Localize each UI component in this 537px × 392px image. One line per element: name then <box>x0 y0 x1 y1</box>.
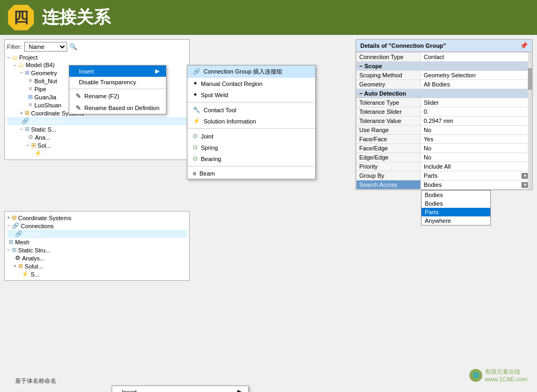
folder-icon: 🗂 <box>12 54 18 61</box>
tree-item-solution[interactable]: − ⊞ Sol... <box>7 141 187 149</box>
dd-option-bodies1[interactable]: Bodies <box>422 191 490 199</box>
row-label: Connection Type <box>357 53 421 62</box>
tree2-item-coord[interactable]: + ⊞ Coordinate Systems <box>7 214 187 222</box>
filter-icon[interactable]: 🔍 <box>69 43 77 50</box>
details-panel: Details of "Connection Group" 📌 Connecti… <box>355 39 533 190</box>
submenu-sep-2 <box>187 128 315 129</box>
submenu-sep-1 <box>187 102 315 103</box>
beam-icon: ≡ <box>193 170 196 177</box>
tree-item-label: Mesh <box>15 239 30 245</box>
row-value: 0. <box>421 107 532 117</box>
submenu-item-bearing[interactable]: ⊙ Bearing <box>187 153 315 164</box>
submenu-item-spot-weld[interactable]: ✦ Spot Weld <box>187 89 315 100</box>
tree-item-label: LuoShuan <box>34 102 61 108</box>
submenu-item-manual-contact[interactable]: ✦ Manual Contact Region <box>187 78 315 89</box>
table-row: Geometry All Bodies <box>357 80 532 89</box>
tree-item-static[interactable]: − ⊞ Static S... <box>7 125 187 133</box>
bottom-label: 基于体名称命名 <box>15 377 56 385</box>
expand-icon: − <box>13 62 17 68</box>
table-row: Connection Type Contact <box>357 53 532 62</box>
dd-option-bodies2[interactable]: Bodies <box>422 199 490 208</box>
tree-item-label: S... <box>31 271 40 278</box>
row-value-group-by[interactable]: Parts ▼ <box>421 171 532 180</box>
tree2-item-mesh[interactable]: ⊞ Mesh <box>7 238 187 246</box>
tree2-item-solution[interactable]: + ⊞ Solut... <box>7 262 187 270</box>
watermark-url: www.1CAE.com <box>485 376 527 382</box>
tree-item-label: GuanJia <box>34 94 56 100</box>
details-title: Details of "Connection Group" <box>360 42 446 49</box>
submenu-item-joint[interactable]: ⊙ Joint <box>187 130 315 142</box>
submenu-insert: 🔗 Connection Group 插入连接组 ✦ Manual Contac… <box>187 65 316 179</box>
menu-separator-1 <box>69 89 166 89</box>
section-expand: − <box>359 63 362 69</box>
filter-select[interactable]: Name <box>24 42 67 52</box>
tree2-item-static[interactable]: − ⊞ Static Stru... <box>7 246 187 254</box>
expand-icon: − <box>7 247 10 253</box>
tree-item-connections[interactable]: 🔗 Connections <box>7 117 187 125</box>
submenu-item-contact-tool[interactable]: 🔧 Contact Tool <box>187 104 315 115</box>
menu-item-rename[interactable]: ✎ Rename (F2) <box>69 90 166 102</box>
tree-item-project[interactable]: − 🗂 Project <box>7 54 187 61</box>
expand-icon: + <box>13 263 17 269</box>
expand-icon: − <box>20 126 23 132</box>
tree2-item-s[interactable]: ⚡ S... <box>7 270 187 278</box>
conn2-icon: 🔗 <box>12 222 19 229</box>
analysis-icon: ⚙ <box>28 134 33 141</box>
tree-item-label: Sol... <box>38 142 51 149</box>
row-label: Use Range <box>357 126 421 135</box>
tree2-item-conne[interactable]: 🔗 Conne... <box>7 230 187 238</box>
submenu2-arrow: ▶ <box>237 388 242 392</box>
row-label: Priority <box>357 162 421 171</box>
table-row: Tolerance Slider 0. <box>357 107 532 117</box>
row-value: Include All <box>421 162 532 171</box>
rename-icon: ✎ <box>76 92 81 100</box>
watermark-icon: 🌐 <box>469 369 482 382</box>
row-value-search[interactable]: Bodies ▼ Bodies Bodies Parts Anywhere <box>421 180 532 190</box>
submenu-item-connection-group[interactable]: 🔗 Connection Group 插入连接组 <box>187 66 315 78</box>
submenu-item-label: Spring <box>201 144 218 151</box>
sol2-icon: ⊞ <box>18 263 23 270</box>
row-label: Geometry <box>357 80 421 89</box>
tree-item-label: Geometry <box>31 70 57 76</box>
row-value: 0.2947 mm <box>421 117 532 126</box>
table-row: Edge/Edge No <box>357 153 532 162</box>
row-label: Tolerance Type <box>357 98 421 107</box>
tree-item-label: Model (B4) <box>26 62 55 68</box>
search-across-dropdown[interactable]: Bodies ▼ <box>424 182 529 188</box>
dd-option-anywhere[interactable]: Anywhere <box>422 216 490 225</box>
solinfo-icon: ⚡ <box>34 150 42 157</box>
table-row-search-across: Search Across Bodies ▼ Bodies Bodies <box>357 180 532 190</box>
tree-panel-2: + ⊞ Coordinate Systems − 🔗 Connections 🔗… <box>4 211 190 281</box>
row-value: No <box>421 153 532 162</box>
tree2-item-analysis[interactable]: ⚙ Analys... <box>7 254 187 262</box>
group-by-dropdown[interactable]: Parts ▼ <box>424 172 529 179</box>
menu-item-insert[interactable]: Insert ▶ <box>69 66 166 77</box>
submenu-item-solution-info[interactable]: ⚡ Solution Information <box>187 115 315 127</box>
coord-icon: ⊞ <box>25 110 30 117</box>
tree-item-solution-info[interactable]: ⚡ <box>7 149 187 157</box>
dd-option-parts[interactable]: Parts <box>422 208 490 216</box>
expand-icon: + <box>20 110 23 116</box>
menu-item-rename-def[interactable]: ✎ Rename Based on Definition <box>69 102 166 114</box>
details-scrollbar[interactable] <box>528 52 532 190</box>
table-section-scope: − Scope <box>357 62 532 71</box>
tree-item-label: Bolt_Nut <box>34 78 57 84</box>
submenu-item-label: Spot Weld <box>201 92 228 98</box>
submenu-item-label: Connection Group 插入连接组 <box>204 68 282 76</box>
section-expand: − <box>359 90 362 97</box>
cm2-item-insert[interactable]: Insert ▶ <box>112 386 248 392</box>
row-value: No <box>421 126 532 135</box>
submenu-item-spring[interactable]: ⊙ Spring <box>187 142 315 153</box>
tree-item-analysis[interactable]: ⚙ Ana... <box>7 133 187 141</box>
luoshuan-icon: ✕ <box>28 101 33 108</box>
submenu-item-beam[interactable]: ≡ Beam <box>187 168 315 179</box>
bottom-tree-container: + ⊞ Coordinate Systems − 🔗 Connections 🔗… <box>4 211 190 279</box>
scroll-thumb[interactable] <box>528 68 532 90</box>
menu-item-disable-transparency[interactable]: Disable Transparency <box>69 77 166 88</box>
details-pin[interactable]: 📌 <box>520 42 528 49</box>
table-section-autodetect: − Auto Detection <box>357 89 532 98</box>
table-row: Tolerance Value 0.2947 mm <box>357 117 532 126</box>
group-by-value: Parts <box>424 172 438 179</box>
tree2-item-connections[interactable]: − 🔗 Connections <box>7 222 187 230</box>
guanjia-icon: ⊞ <box>28 93 33 100</box>
